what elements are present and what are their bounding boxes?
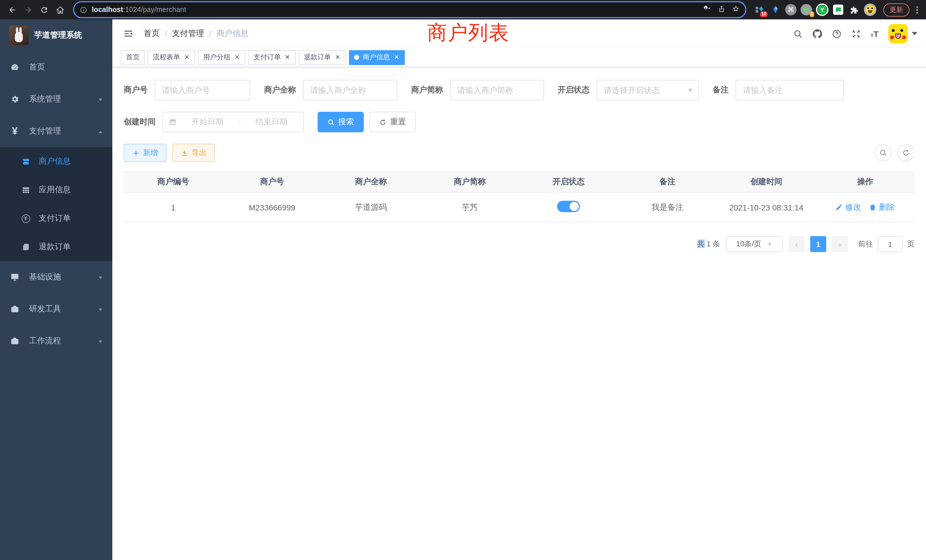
- header-search-icon[interactable]: [793, 29, 803, 38]
- tab-refund-order[interactable]: 退款订单✕: [298, 50, 346, 65]
- short-name-input[interactable]: [450, 80, 544, 100]
- table-header-row: 商户编号 商户号 商户全称 商户简称 开启状态 备注 创建时间 操作: [124, 172, 915, 193]
- fullscreen-icon[interactable]: [851, 29, 861, 38]
- sidebar-item-payment-mgmt[interactable]: ¥ 支付管理 ▲: [0, 115, 112, 147]
- goto-label: 前往: [858, 239, 873, 249]
- sidebar-item-label: 应用信息: [39, 185, 71, 195]
- search-button[interactable]: 搜索: [318, 112, 364, 132]
- extension-status-icon[interactable]: 1: [800, 3, 813, 16]
- create-time-label: 创建时间: [124, 117, 156, 127]
- browser-toolbar: localhost:1024/pay/merchant 10 ⌘ 1 Y: [0, 0, 926, 20]
- bookmark-star-icon[interactable]: [732, 5, 740, 15]
- home-icon[interactable]: [54, 3, 66, 16]
- grid-icon: [21, 186, 30, 194]
- chevron-down-icon: ▼: [767, 241, 773, 247]
- edit-link[interactable]: 修改: [836, 202, 861, 212]
- extension-tampermonkey-icon[interactable]: 10: [753, 3, 766, 16]
- user-menu[interactable]: [888, 24, 917, 43]
- full-name-input[interactable]: [303, 80, 398, 100]
- cell-full-name: 芋道源码: [322, 202, 421, 212]
- sidebar-item-label: 商户信息: [39, 156, 71, 166]
- help-icon[interactable]: [832, 29, 841, 38]
- profile-avatar-icon[interactable]: [864, 3, 876, 16]
- sidebar-item-app-info[interactable]: 应用信息: [0, 176, 112, 204]
- logo-rabbit-image: [9, 26, 29, 45]
- extension-kite-icon[interactable]: [769, 3, 782, 16]
- sidebar-item-label: 支付订单: [39, 213, 71, 224]
- col-header: 开启状态: [519, 177, 618, 187]
- url-text: localhost:1024/pay/merchant: [92, 6, 186, 14]
- app-logo[interactable]: 芋道管理系统: [0, 20, 112, 51]
- export-button[interactable]: 导出: [172, 144, 215, 162]
- tab-home[interactable]: 首页: [121, 50, 145, 65]
- close-icon[interactable]: ✕: [334, 54, 341, 61]
- table-row: 1 M233666999 芋道源码 芋艿 我是备注 2021-10-23 08:…: [124, 193, 915, 222]
- remark-label: 备注: [713, 85, 729, 95]
- site-info-icon[interactable]: [80, 6, 87, 14]
- extension-badge: 1: [809, 11, 814, 17]
- share-icon[interactable]: [718, 5, 725, 15]
- sidebar-item-merchant-info[interactable]: 商户信息: [0, 147, 112, 176]
- sidebar-collapse-icon[interactable]: [121, 29, 136, 39]
- sidebar-item-workflow[interactable]: 工作流程 ▼: [0, 325, 112, 357]
- status-select[interactable]: ▼: [596, 80, 699, 100]
- chrome-update-button[interactable]: 更新: [883, 3, 909, 16]
- back-icon[interactable]: [6, 3, 18, 16]
- close-icon[interactable]: ✕: [184, 54, 190, 61]
- reset-button[interactable]: 重置: [369, 112, 416, 132]
- delete-link[interactable]: 删除: [869, 202, 895, 212]
- sidebar-item-system-mgmt[interactable]: 系统管理 ▼: [0, 83, 112, 115]
- yen-icon: ¥: [10, 126, 20, 136]
- font-size-icon[interactable]: тT: [871, 29, 879, 38]
- close-icon[interactable]: ✕: [284, 54, 291, 61]
- chevron-down-icon: ▼: [97, 97, 103, 102]
- page-number-1[interactable]: 1: [810, 236, 826, 252]
- tab-user-group[interactable]: 用户分组✕: [198, 50, 245, 65]
- sidebar-item-label: 研发工具: [29, 304, 61, 314]
- tab-pay-order[interactable]: 支付订单✕: [248, 50, 296, 65]
- active-dot-icon: [354, 55, 359, 60]
- prev-page-button[interactable]: ‹: [788, 236, 805, 252]
- forward-icon[interactable]: [22, 3, 34, 16]
- payment-submenu: 商户信息 应用信息 ¥ 支付订单 退款订单: [0, 147, 112, 261]
- show-search-icon-button[interactable]: [875, 144, 892, 161]
- col-header: 商户全称: [322, 177, 421, 187]
- status-select-input[interactable]: [596, 80, 699, 100]
- goto-page-input[interactable]: [878, 236, 903, 252]
- breadcrumb-home[interactable]: 首页: [144, 29, 160, 39]
- close-icon[interactable]: ✕: [234, 54, 240, 61]
- reload-icon[interactable]: [38, 3, 50, 16]
- remark-input[interactable]: [735, 80, 844, 100]
- close-icon[interactable]: ✕: [393, 54, 400, 61]
- col-header: 商户号: [222, 177, 322, 187]
- refresh-icon-button[interactable]: [897, 144, 915, 161]
- status-toggle[interactable]: [557, 201, 580, 212]
- caret-down-icon: [912, 32, 917, 35]
- address-bar[interactable]: localhost:1024/pay/merchant: [74, 2, 745, 17]
- sidebar-item-refund-order[interactable]: 退款订单: [0, 233, 112, 261]
- password-key-icon[interactable]: [704, 5, 711, 15]
- next-page-button[interactable]: ›: [832, 236, 848, 252]
- document-icon: [21, 243, 30, 251]
- extension-command-icon[interactable]: ⌘: [785, 4, 797, 15]
- sidebar-item-infrastructure[interactable]: 基础设施 ▼: [0, 261, 112, 293]
- add-button[interactable]: 新增: [124, 144, 166, 162]
- github-icon[interactable]: [813, 29, 822, 38]
- extension-chat-icon[interactable]: [832, 3, 844, 16]
- total-count: 共 1 条: [697, 239, 720, 249]
- breadcrumb-section[interactable]: 支付管理: [172, 29, 204, 39]
- extension-y-icon[interactable]: Y: [816, 3, 829, 16]
- merchant-no-input[interactable]: [154, 80, 250, 100]
- date-range-picker[interactable]: 开始日期 - 结束日期: [162, 112, 304, 132]
- sidebar-item-pay-order[interactable]: ¥ 支付订单: [0, 204, 112, 233]
- page-size-select[interactable]: 10条/页 ▼: [726, 236, 783, 252]
- sidebar-item-dev-tools[interactable]: 研发工具 ▼: [0, 293, 112, 325]
- sidebar-item-home[interactable]: 首页: [0, 51, 112, 83]
- extensions-puzzle-icon[interactable]: [848, 3, 861, 16]
- merchant-table: 商户编号 商户号 商户全称 商户简称 开启状态 备注 创建时间 操作 1 M23…: [124, 171, 915, 222]
- tab-merchant-info[interactable]: 商户信息✕: [349, 50, 405, 65]
- status-label: 开启状态: [558, 85, 590, 95]
- tab-flow-form[interactable]: 流程表单✕: [148, 50, 195, 65]
- chrome-menu-icon[interactable]: [914, 6, 920, 14]
- yen-circle-icon: ¥: [21, 214, 30, 223]
